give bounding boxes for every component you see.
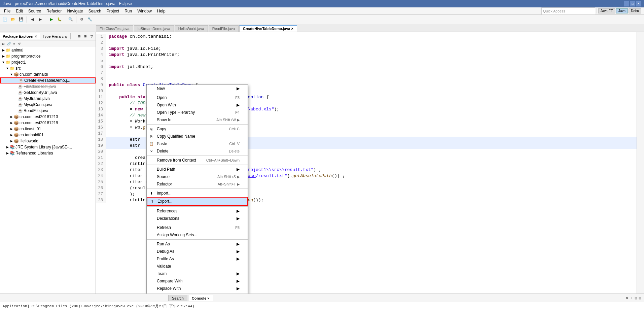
menu-window[interactable]: Window	[135, 8, 154, 14]
ctx-new[interactable]: New ▶	[147, 85, 248, 92]
tree-myjframe[interactable]: ☕ MyJframe.java	[0, 96, 96, 102]
ctx-references[interactable]: References ▶	[147, 207, 248, 215]
tree-tanhaidi01[interactable]: ▶ 📦 cn.tanhaidi01	[0, 132, 96, 138]
minimize-button[interactable]: —	[624, 1, 629, 6]
panel-view-menu[interactable]: ▽	[89, 34, 94, 39]
perspective-javaee[interactable]: Java EE	[598, 8, 615, 13]
panel-max-btn[interactable]: ⊞	[83, 34, 88, 39]
tab-createhive[interactable]: CreateHiveTableDemo.java ×	[239, 25, 297, 32]
tree-programpractice[interactable]: ▶ 📁 programpractice	[0, 53, 96, 59]
tab-fileclasstest[interactable]: FileClassTest.java	[96, 25, 133, 32]
tree-helloworld-pkg[interactable]: ▶ 📦 Helloworld	[0, 138, 96, 144]
toolbar-misc2[interactable]: 🔧	[86, 16, 94, 23]
tree-fileclasstest[interactable]: ☕ FileClassTest.java	[0, 83, 96, 90]
console-scroll-lock[interactable]: ⏸	[630, 296, 633, 300]
ctx-restorefromlocal[interactable]: Restore from Local History...	[147, 292, 248, 294]
toolbar-search[interactable]: 🔍	[67, 16, 74, 23]
ctx-assignworkingsets[interactable]: Assign Working Sets...	[147, 231, 248, 239]
ctx-copy[interactable]: ⎘ Copy Ctrl+C	[147, 125, 248, 133]
ctx-export[interactable]: ⬆ Export...	[147, 197, 248, 206]
ctx-buildpath[interactable]: Build Path ▶	[147, 166, 248, 173]
ctx-source[interactable]: Source Alt+Shift+S ▶	[147, 173, 248, 180]
toolbar-run[interactable]: ▶	[48, 16, 55, 23]
menu-project[interactable]: Project	[104, 8, 122, 14]
ctx-sep1	[147, 93, 248, 93]
ctx-refresh[interactable]: Refresh F5	[147, 224, 248, 231]
ctx-open[interactable]: Open F3	[147, 94, 248, 101]
ctx-team[interactable]: Team ▶	[147, 270, 248, 277]
ctx-import[interactable]: ⬇ Import...	[147, 190, 248, 197]
ctx-opentypehierarchy-shortcut: F4	[225, 110, 240, 114]
tree-getjsonbyurl[interactable]: ☕ GetJsonByUrl.java	[0, 90, 96, 96]
ctx-replacewith[interactable]: Replace With ▶	[147, 285, 248, 292]
tree-animal[interactable]: ▶ 📁 animal	[0, 47, 96, 53]
code-line-4: 4 import java.io.PrintWriter;	[96, 52, 637, 58]
tab-console[interactable]: Console ×	[188, 295, 213, 301]
toolbar-new[interactable]: 📄	[1, 16, 9, 23]
ctx-openwith[interactable]: Open With ▶	[147, 101, 248, 109]
tab-search[interactable]: Search	[168, 295, 187, 301]
link-editor-btn[interactable]: 🔗	[6, 41, 11, 46]
tab-type-hierarchy[interactable]: Type Hierarchy	[40, 33, 71, 39]
line-content-8	[106, 76, 637, 82]
tree-package-tanhaidi[interactable]: ▼ 📦 cn.com.tanhaidi	[0, 71, 96, 77]
line-content-4: import java.io.PrintWriter;	[106, 52, 637, 58]
tree-project1[interactable]: ▼ 📁 project1	[0, 59, 96, 65]
toolbar-debug[interactable]: 🐛	[56, 16, 63, 23]
menu-navigate[interactable]: Navigate	[64, 8, 85, 14]
tree-test2018-1219[interactable]: ▶ 📦 cn.com.test20181219	[0, 120, 96, 126]
toolbar-save[interactable]: 💾	[17, 16, 25, 23]
ctx-profileas[interactable]: Profile As ▶	[147, 255, 248, 263]
menu-help[interactable]: Help	[154, 8, 168, 14]
toolbar-forward[interactable]: ▶	[37, 16, 44, 23]
tab-package-explorer[interactable]: Package Explorer ×	[0, 33, 40, 39]
ctx-debugas[interactable]: Debug As ▶	[147, 248, 248, 255]
quick-access-input[interactable]: Quick Access	[541, 7, 595, 15]
panel-sync-btn[interactable]: ↺	[17, 41, 22, 46]
console-minimize[interactable]: ⊟	[635, 296, 637, 300]
ctx-copyqualified[interactable]: ⎘ Copy Qualified Name	[147, 133, 248, 140]
toolbar-misc1[interactable]: ⚙	[78, 16, 85, 23]
tab-iostreamdemo[interactable]: IoStreamDemo.java	[134, 25, 174, 32]
tree-itcast01[interactable]: ▶ 📦 cn.itcast_01	[0, 126, 96, 132]
maximize-button[interactable]: □	[630, 1, 635, 6]
console-clear-btn[interactable]: ✕	[626, 296, 629, 300]
line-content-5	[106, 58, 637, 64]
ctx-removefromcontext[interactable]: Remove from Context Ctrl+Alt+Shift+Down	[147, 157, 248, 164]
menu-edit[interactable]: Edit	[13, 8, 26, 14]
tree-src[interactable]: ▼ 📁 src	[0, 65, 96, 71]
ctx-comparewith[interactable]: Compare With ▶	[147, 277, 248, 285]
tree-test2018-1213[interactable]: ▶ 📦 cn.com.test20181213	[0, 114, 96, 120]
tree-mysqlconn[interactable]: ☕ MysqlConn.java	[0, 102, 96, 108]
panel-view-opts[interactable]: ≡	[11, 41, 17, 46]
console-maximize[interactable]: ⊞	[639, 296, 641, 300]
ctx-validate[interactable]: Validate	[147, 263, 248, 270]
menu-search[interactable]: Search	[86, 8, 104, 14]
toolbar-open[interactable]: 📂	[9, 16, 17, 23]
ctx-runas[interactable]: Run As ▶	[147, 240, 248, 248]
menu-source[interactable]: Source	[26, 8, 44, 14]
tree-jre-lib[interactable]: ▶ 📚 JRE System Library [JavaSE-...	[0, 144, 96, 150]
toolbar-back[interactable]: ◀	[29, 16, 36, 23]
tab-helloworld[interactable]: HelloWorld.java	[175, 25, 208, 32]
perspective-java[interactable]: Java	[616, 8, 628, 13]
ctx-refactor-label: Refactor	[157, 182, 172, 186]
tree-label-hw: Helloworld	[20, 139, 38, 143]
ctx-refactor[interactable]: Refactor Alt+Shift+T ▶	[147, 180, 248, 188]
ctx-opentypehierarchy[interactable]: Open Type Hierarchy F4	[147, 109, 248, 116]
perspective-debug[interactable]: Debu	[629, 8, 641, 13]
close-button[interactable]: ✕	[636, 1, 641, 6]
tree-createhive[interactable]: ☕ CreateHiveTableDemo.j...	[0, 77, 96, 83]
menu-file[interactable]: File	[1, 8, 13, 14]
panel-min-btn[interactable]: ⊟	[77, 34, 82, 39]
tree-ref-libs[interactable]: ▶ 📚 Referenced Libraries	[0, 150, 96, 156]
ctx-declarations[interactable]: Declarations ▶	[147, 215, 248, 222]
menu-refactor[interactable]: Refactor	[44, 8, 64, 14]
ctx-showin[interactable]: Show In Alt+Shift+W ▶	[147, 116, 248, 124]
ctx-paste[interactable]: 📋 Paste Ctrl+V	[147, 140, 248, 147]
tab-readfile[interactable]: ReadFile.java	[209, 25, 239, 32]
tree-readfile[interactable]: ☕ ReadFile.java	[0, 108, 96, 114]
collapse-all-btn[interactable]: ⊟	[1, 41, 6, 46]
menu-run[interactable]: Run	[122, 8, 135, 14]
ctx-delete[interactable]: ✕ Delete Delete	[147, 147, 248, 155]
